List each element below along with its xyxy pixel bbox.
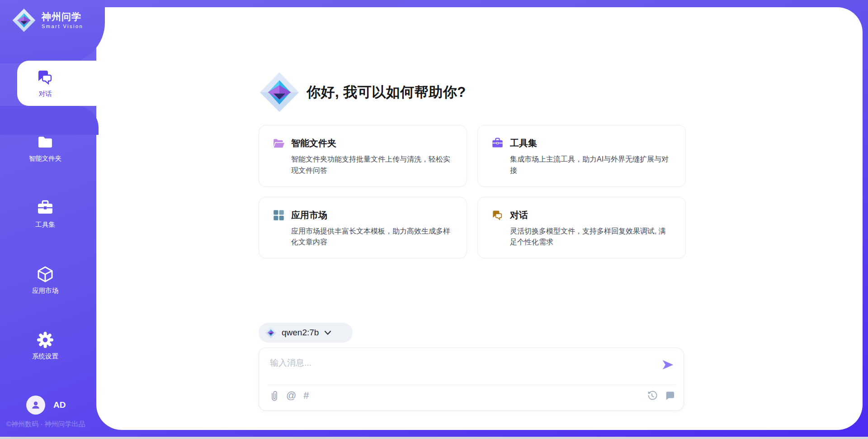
chat-icon [36,68,54,86]
app-brand: 神州问学 Smart Vision [12,8,83,33]
card-title: 对话 [510,209,528,221]
cube-icon [36,265,54,283]
card-title: 应用市场 [291,209,327,221]
paperclip-icon [270,390,279,401]
user-name: AD [53,400,66,410]
model-selector[interactable]: qwen2:7b [259,323,353,343]
new-chat-button[interactable] [665,390,675,401]
message-input[interactable] [270,354,660,378]
app-title: 神州问学 [42,11,83,22]
model-logo-icon [265,327,277,339]
greeting-text: 你好, 我可以如何帮助你? [307,83,466,102]
sidebar-item-app-market[interactable]: 应用市场 [0,265,90,295]
card-app-market[interactable]: 应用市场 应用市场提供丰富长文本模板，助力高效生成多样化文章内容 [259,197,467,259]
history-icon [646,390,657,401]
sidebar-item-label: 应用市场 [32,286,58,295]
sidebar-item-toolset[interactable]: 工具集 [0,199,90,229]
send-icon [661,358,675,372]
sidebar-item-chat[interactable]: 对话 [17,61,99,106]
card-description: 灵活切换多模型文件，支持多样回复效果调试, 满足个性化需求 [491,226,673,248]
chat-bubble-icon [665,390,675,401]
person-icon [30,399,42,411]
sidebar-item-label: 智能文件夹 [29,154,62,163]
hash-icon: # [303,390,309,401]
model-name: qwen2:7b [282,328,319,338]
chat-icon [491,209,504,221]
user-account[interactable]: AD [26,396,66,415]
gear-icon [36,331,54,349]
card-title: 智能文件夹 [291,137,336,149]
card-title: 工具集 [510,137,537,149]
card-description: 智能文件夹功能支持批量文件上传与清洗，轻松实现文件问答 [273,154,454,177]
app-window: 神州问学 Smart Vision 对话 智能文件夹 工具集 [0,0,868,439]
attach-file-button[interactable] [270,390,279,401]
card-toolset[interactable]: 工具集 集成市场上主流工具，助力AI与外界无缝扩展与对接 [477,125,686,187]
folder-open-icon [273,137,285,149]
chevron-down-icon [324,329,332,336]
card-description: 集成市场上主流工具，助力AI与外界无缝扩展与对接 [491,154,673,177]
briefcase-icon [36,199,54,217]
card-chat[interactable]: 对话 灵活切换多模型文件，支持多样回复效果调试, 满足个性化需求 [477,197,686,259]
sidebar-active-transition [0,106,99,135]
grid-icon [273,209,285,221]
assistant-logo-icon [259,72,300,113]
mention-button[interactable]: @ [286,390,296,401]
card-smart-folder[interactable]: 智能文件夹 智能文件夹功能支持批量文件上传与清洗，轻松实现文件问答 [259,125,467,187]
avatar [26,396,45,415]
greeting: 你好, 我可以如何帮助你? [259,72,466,113]
copyright-text: ©神州数码 · 神州问学出品 [6,420,85,429]
briefcase-icon [491,137,504,149]
message-composer: @ # [259,348,684,411]
folder-icon [36,133,54,151]
sidebar-item-label: 系统设置 [32,352,58,361]
topic-button[interactable]: # [303,390,309,401]
card-description: 应用市场提供丰富长文本模板，助力高效生成多样化文章内容 [273,226,454,248]
window-bottom-edge [0,437,868,439]
sidebar-item-label: 对话 [39,90,52,98]
history-button[interactable] [646,390,657,401]
sidebar-item-smart-folder[interactable]: 智能文件夹 [0,133,90,163]
send-button[interactable] [660,357,675,372]
feature-cards: 智能文件夹 智能文件夹功能支持批量文件上传与清洗，轻松实现文件问答 工具集 集成… [259,125,686,258]
at-icon: @ [286,390,296,401]
sidebar-item-settings[interactable]: 系统设置 [0,331,90,361]
app-subtitle: Smart Vision [42,24,83,29]
sidebar-item-label: 工具集 [35,220,55,229]
app-logo-icon [12,8,36,33]
